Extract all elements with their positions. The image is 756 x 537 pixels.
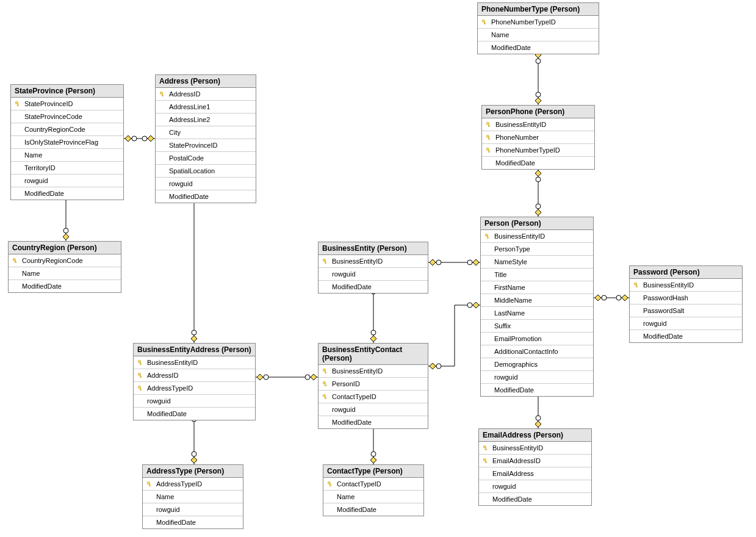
entity-countryRegion[interactable]: CountryRegion (Person) CountryRegionCode…	[8, 241, 121, 293]
column-row[interactable]: Title	[481, 268, 593, 281]
entity-header[interactable]: Password (Person)	[630, 266, 742, 279]
column-row[interactable]: ModifiedDate	[319, 416, 428, 428]
column-row[interactable]: Suffix	[481, 320, 593, 333]
column-row[interactable]: BusinessEntityID	[630, 279, 742, 292]
entity-contactType[interactable]: ContactType (Person) ContactTypeIDNameMo…	[323, 464, 424, 516]
column-row[interactable]: NameStyle	[481, 256, 593, 268]
column-row[interactable]: PersonType	[481, 243, 593, 256]
column-row[interactable]: rowguid	[11, 175, 123, 187]
column-row[interactable]: ModifiedDate	[156, 190, 256, 203]
column-row[interactable]: EmailPromotion	[481, 333, 593, 345]
column-row[interactable]: AddressLine2	[156, 114, 256, 126]
column-row[interactable]: rowguid	[319, 268, 428, 281]
column-row[interactable]: rowguid	[319, 403, 428, 416]
column-row[interactable]: IsOnlyStateProvinceFlag	[11, 136, 123, 149]
column-row[interactable]: BusinessEntityID	[481, 230, 593, 243]
column-row[interactable]: EmailAddress	[479, 467, 591, 480]
column-row[interactable]: PasswordSalt	[630, 305, 742, 317]
column-row[interactable]: ModifiedDate	[319, 281, 428, 293]
entity-personPhone[interactable]: PersonPhone (Person) BusinessEntityID Ph…	[481, 105, 595, 170]
column-row[interactable]: ModifiedDate	[481, 384, 593, 396]
column-row[interactable]: SpatialLocation	[156, 165, 256, 178]
column-row[interactable]: ModifiedDate	[143, 516, 243, 528]
entity-header[interactable]: ContactType (Person)	[323, 465, 423, 478]
entity-header[interactable]: StateProvince (Person)	[11, 85, 123, 98]
column-row[interactable]: StateProvinceCode	[11, 110, 123, 123]
entity-header[interactable]: PhoneNumberType (Person)	[478, 3, 599, 16]
column-row[interactable]: rowguid	[156, 178, 256, 190]
entity-businessEntityContact[interactable]: BusinessEntityContact (Person) BusinessE…	[318, 343, 428, 429]
column-row[interactable]: BusinessEntityID	[319, 255, 428, 268]
column-row[interactable]: ContactTypeID	[319, 391, 428, 403]
column-row[interactable]: AddressID	[156, 88, 256, 101]
column-row[interactable]: PhoneNumberTypeID	[478, 16, 599, 29]
column-row[interactable]: AddressID	[134, 369, 255, 382]
column-row[interactable]: BusinessEntityID	[319, 365, 428, 378]
column-row[interactable]: rowguid	[134, 395, 255, 408]
entity-header[interactable]: CountryRegion (Person)	[9, 242, 121, 254]
column-row[interactable]: AdditionalContactInfo	[481, 345, 593, 358]
primary-key-icon	[137, 385, 143, 391]
column-row[interactable]: StateProvinceID	[156, 139, 256, 152]
column-row[interactable]: PhoneNumberTypeID	[482, 144, 594, 157]
entity-stateProvince[interactable]: StateProvince (Person) StateProvinceIDSt…	[10, 84, 124, 200]
column-row[interactable]: ModifiedDate	[323, 503, 423, 516]
entity-address[interactable]: Address (Person) AddressIDAddressLine1Ad…	[155, 74, 256, 203]
column-row[interactable]: rowguid	[479, 480, 591, 493]
entity-emailAddress[interactable]: EmailAddress (Person) BusinessEntityID E…	[478, 428, 592, 506]
column-row[interactable]: Name	[323, 491, 423, 503]
column-row[interactable]: PostalCode	[156, 152, 256, 165]
column-row[interactable]: CountryRegionCode	[11, 123, 123, 136]
column-row[interactable]: AddressTypeID	[134, 382, 255, 395]
column-row[interactable]: TerritoryID	[11, 162, 123, 175]
column-row[interactable]: Name	[9, 267, 121, 280]
column-name: PostalCode	[167, 154, 204, 162]
entity-header[interactable]: EmailAddress (Person)	[479, 429, 591, 442]
column-row[interactable]: FirstName	[481, 281, 593, 294]
column-row[interactable]: rowguid	[143, 503, 243, 516]
column-row[interactable]: LastName	[481, 307, 593, 320]
column-row[interactable]: PhoneNumber	[482, 131, 594, 144]
entity-businessEntityAddress[interactable]: BusinessEntityAddress (Person) BusinessE…	[133, 343, 256, 420]
entity-phoneNumberType[interactable]: PhoneNumberType (Person) PhoneNumberType…	[477, 2, 599, 54]
column-row[interactable]: ModifiedDate	[482, 157, 594, 169]
column-name: SpatialLocation	[167, 167, 215, 175]
column-row[interactable]: ContactTypeID	[323, 478, 423, 491]
column-row[interactable]: Name	[478, 29, 599, 41]
entity-header[interactable]: AddressType (Person)	[143, 465, 243, 478]
column-name: EmailAddressID	[490, 457, 541, 464]
column-row[interactable]: BusinessEntityID	[134, 356, 255, 369]
entity-header[interactable]: Address (Person)	[156, 75, 256, 88]
entity-header[interactable]: PersonPhone (Person)	[482, 106, 594, 118]
entity-password[interactable]: Password (Person) BusinessEntityIDPasswo…	[629, 265, 743, 343]
column-row[interactable]: ModifiedDate	[11, 187, 123, 200]
column-row[interactable]: ModifiedDate	[630, 330, 742, 342]
column-row[interactable]: BusinessEntityID	[482, 118, 594, 131]
column-row[interactable]: StateProvinceID	[11, 98, 123, 110]
entity-addressType[interactable]: AddressType (Person) AddressTypeIDNamero…	[142, 464, 243, 529]
column-row[interactable]: Name	[143, 491, 243, 503]
column-row[interactable]: rowguid	[630, 317, 742, 330]
entity-header[interactable]: BusinessEntity (Person)	[319, 242, 428, 255]
column-row[interactable]: Name	[11, 149, 123, 162]
column-row[interactable]: AddressTypeID	[143, 478, 243, 491]
entity-person[interactable]: Person (Person) BusinessEntityIDPersonTy…	[480, 217, 594, 397]
entity-header[interactable]: Person (Person)	[481, 217, 593, 230]
column-row[interactable]: ModifiedDate	[478, 41, 599, 54]
column-row[interactable]: ModifiedDate	[134, 408, 255, 420]
column-row[interactable]: PasswordHash	[630, 292, 742, 305]
column-row[interactable]: EmailAddressID	[479, 455, 591, 467]
column-row[interactable]: CountryRegionCode	[9, 254, 121, 267]
column-row[interactable]: MiddleName	[481, 294, 593, 307]
column-row[interactable]: ModifiedDate	[9, 280, 121, 292]
column-row[interactable]: BusinessEntityID	[479, 442, 591, 455]
entity-header[interactable]: BusinessEntityContact (Person)	[319, 344, 428, 365]
column-row[interactable]: Demographics	[481, 358, 593, 371]
column-row[interactable]: City	[156, 126, 256, 139]
column-row[interactable]: PersonID	[319, 378, 428, 391]
entity-header[interactable]: BusinessEntityAddress (Person)	[134, 344, 255, 356]
column-row[interactable]: rowguid	[481, 371, 593, 384]
entity-businessEntity[interactable]: BusinessEntity (Person) BusinessEntityID…	[318, 242, 428, 294]
column-row[interactable]: ModifiedDate	[479, 493, 591, 505]
column-row[interactable]: AddressLine1	[156, 101, 256, 114]
